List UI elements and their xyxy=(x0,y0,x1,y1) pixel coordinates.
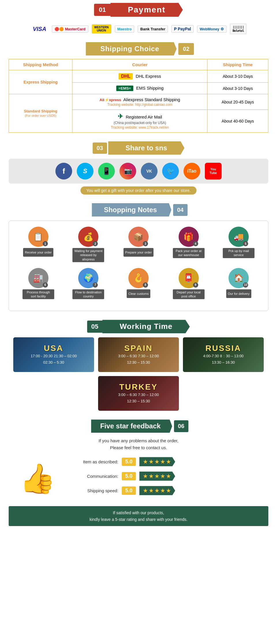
airmail-subnote: (China post/epacket-only for USA) xyxy=(114,121,166,125)
step-9: 📮 9 Depart your local post office xyxy=(173,268,205,299)
airmail-tracking: Tracking website: www.17track.net/en xyxy=(111,125,169,129)
aliexpress-cell: Ali⚡xpress Aliexpress Standard Shipping … xyxy=(72,94,207,110)
standard-method: Standard Shipping (For order over USD5) xyxy=(9,94,72,133)
dhl-name: DHL Express xyxy=(136,74,161,79)
ali-tracking: Tracking website: http://global.cainiao.… xyxy=(107,103,173,107)
working-header: 05 Working Time xyxy=(9,320,268,333)
shopping-header: Shopping Notes 04 xyxy=(9,203,268,216)
feedback-intro: If you have any problems about the order… xyxy=(9,437,268,451)
step-7-icon: 🌍 7 xyxy=(78,268,98,288)
skype-icon[interactable]: S xyxy=(77,163,93,179)
step-1-icon: 📋 1 xyxy=(28,227,48,247)
russia-hours: 4:00-7:30 8：30 – 13:0013:30 – 16:30 xyxy=(203,353,244,366)
shipping-num: 02 xyxy=(178,43,194,55)
instagram-icon[interactable]: 📷 xyxy=(119,163,136,179)
step-1-label: Receive your order xyxy=(23,248,53,257)
table-row: Express Shipping DHL DHL Express About 3… xyxy=(9,70,268,83)
step-3: 📦 3 Prepare your order xyxy=(123,227,154,257)
feedback-header: Five star feedback 06 xyxy=(9,419,268,433)
airmail-time: About 40-60 Days xyxy=(207,110,268,133)
usa-hours: 17:00 - 20:30 21:30 – 02:0002:30 – 5:30 xyxy=(31,353,77,366)
shipping-section: Shipping Choice 02 Shipping Method Couri… xyxy=(0,42,277,138)
payment-section: 01 Payment VISA 🔴🟠 MasterCard WESTERNUNI… xyxy=(0,0,277,42)
ems-time: About 3-10 Days xyxy=(207,83,268,94)
step-8: 🪝 8 Clear customs xyxy=(123,268,154,298)
working-num: 05 xyxy=(87,321,102,333)
spain-card: SPAIN 3:00 – 6:30 7:30 – 12:0012:30 – 15… xyxy=(98,337,179,372)
mastercard-logo: 🔴🟠 MasterCard xyxy=(52,25,88,33)
rating-label-3: Shipping speed: xyxy=(72,488,118,493)
itao-icon[interactable]: iTao xyxy=(184,163,200,179)
step-8-label: Clear customs xyxy=(127,289,150,298)
webmoney-logo: WebMoney ⚙ xyxy=(197,25,227,33)
rating-label-2: Communication: xyxy=(72,474,118,479)
payment-logos-row: VISA 🔴🟠 MasterCard WESTERNUNION Maestro … xyxy=(9,21,268,36)
feedback-section: Five star feedback 06 If you have any pr… xyxy=(0,417,277,532)
working-time-section: 05 Working Time USA 17:00 - 20:30 21:30 … xyxy=(0,317,277,417)
step-2-label: Waiting for payment released by alixpres… xyxy=(72,248,104,262)
payment-num-badge: 01 xyxy=(94,4,110,16)
step-10-icon: 🏠 10 xyxy=(229,268,249,288)
step-7: 🌍 7 Flow to destination country xyxy=(72,268,104,299)
turkey-country: TURKEY xyxy=(119,382,158,392)
dhl-logo: DHL xyxy=(119,73,133,79)
step-2: 💰 2 Waiting for payment released by alix… xyxy=(72,227,104,262)
ems-name: EMS Shipping xyxy=(136,86,164,90)
feedback-footer: If satisfied with our products, kindly l… xyxy=(9,506,268,526)
vk-icon[interactable]: VK xyxy=(141,163,158,179)
rating-row-1: Item as described: 5.0 ★★★★★ xyxy=(72,457,268,466)
maestro-logo: Maestro xyxy=(115,25,134,33)
steps-row-1: 📋 1 Receive your order 💰 2 Waiting for p… xyxy=(15,227,262,262)
whatsapp-icon[interactable]: 📱 xyxy=(98,163,115,179)
youtube-icon[interactable]: YouTube xyxy=(205,163,222,179)
ems-cell: ≡EMS≡ EMS Shipping xyxy=(72,83,207,94)
sns-section: 03 Share to sns f S 📱 📷 VK 🐦 iTao YouTub… xyxy=(0,138,277,200)
boletol-logo: |||||||Boletol xyxy=(230,24,246,34)
shipping-title-band: Shipping Choice xyxy=(83,42,177,55)
sns-icons-row: f S 📱 📷 VK 🐦 iTao YouTube xyxy=(9,159,268,184)
twitter-icon[interactable]: 🐦 xyxy=(162,163,179,179)
step-6-icon: 🏭 6 xyxy=(28,268,48,288)
rating-row-2: Communication: 5.0 ★★★★★ xyxy=(72,471,268,481)
step-10-label: Our for delivery xyxy=(226,289,251,298)
rating-row-3: Shipping speed: 5.0 ★★★★★ xyxy=(72,486,268,495)
airmail-name: Registered Air Mail xyxy=(126,114,162,119)
shopping-notes-section: Shopping Notes 04 📋 1 Receive your order… xyxy=(0,200,277,317)
rating-stars-3: ★★★★★ xyxy=(139,486,175,495)
dhl-cell: DHL DHL Express xyxy=(72,70,207,83)
turkey-card: TURKEY 3:00 – 6:30 7:30 – 12:0012:30 – 1… xyxy=(98,376,179,411)
col-time: Shipping Time xyxy=(207,59,268,70)
bank-transfer-logo: Bank Transfer xyxy=(138,25,168,33)
time-cards-grid: USA 17:00 - 20:30 21:30 – 02:0002:30 – 5… xyxy=(9,337,268,411)
russia-card: RUSSIA 4:00-7:30 8：30 – 13:0013:30 – 16:… xyxy=(183,337,264,372)
step-6: 🏭 6 Process through sort facility xyxy=(23,268,54,299)
usa-card: USA 17:00 - 20:30 21:30 – 02:0002:30 – 5… xyxy=(13,337,94,372)
sns-title: Share to sns xyxy=(108,141,184,155)
step-4-label: Pack your order at our warehouse xyxy=(173,248,205,258)
step-5-icon: 🚚 5 xyxy=(229,227,249,247)
sns-header: 03 Share to sns xyxy=(9,141,268,155)
rating-stars-1: ★★★★★ xyxy=(139,457,175,466)
rating-stars-2: ★★★★★ xyxy=(139,471,175,481)
step-1: 📋 1 Receive your order xyxy=(23,227,54,257)
col-courier: Courier xyxy=(72,59,207,70)
col-method: Shipping Method xyxy=(9,59,72,70)
russia-country: RUSSIA xyxy=(205,344,241,353)
turkey-hours: 3:00 – 6:30 7:30 – 12:0012:30 – 15:30 xyxy=(118,392,159,404)
notes-box: 📋 1 Receive your order 💰 2 Waiting for p… xyxy=(9,221,268,311)
aliexpress-logo: Ali⚡xpress xyxy=(100,98,121,102)
rating-score-1: 5.0 xyxy=(122,458,136,466)
table-row: Standard Shipping (For order over USD5) … xyxy=(9,94,268,110)
airmail-cell: ✈ Registered Air Mail (China post/epacke… xyxy=(72,110,207,133)
step-8-icon: 🪝 8 xyxy=(128,268,149,288)
shipping-table: Shipping Method Courier Shipping Time Ex… xyxy=(9,59,268,133)
express-method: Express Shipping xyxy=(9,70,72,94)
western-union-logo: WESTERNUNION xyxy=(92,24,111,34)
step-5: 🚚 5 Pck up by mail service xyxy=(223,227,254,258)
facebook-icon[interactable]: f xyxy=(55,163,72,179)
payment-title-band: Payment xyxy=(111,3,183,17)
step-2-icon: 💰 2 xyxy=(78,227,98,247)
working-title-band: Working Time xyxy=(102,320,190,333)
sns-num: 03 xyxy=(93,143,107,154)
rating-score-2: 5.0 xyxy=(122,472,136,480)
